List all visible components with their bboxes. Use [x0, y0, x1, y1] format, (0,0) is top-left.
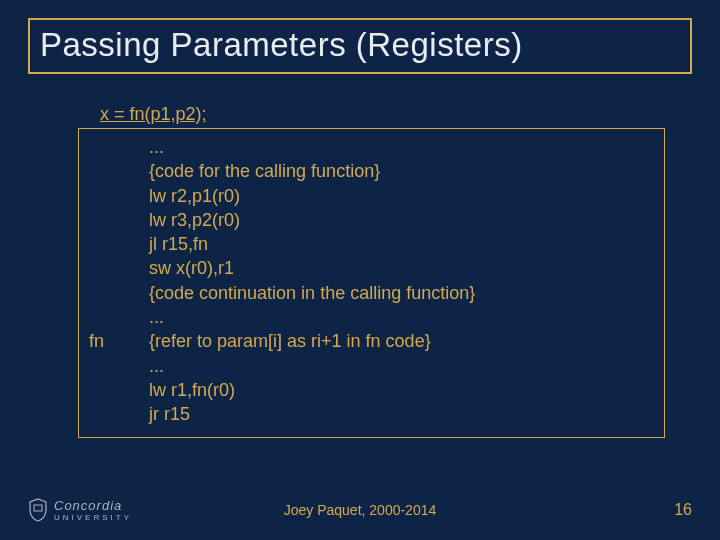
code-label [89, 378, 149, 402]
code-label [89, 135, 149, 159]
page-number: 16 [674, 501, 692, 519]
code-label [89, 402, 149, 426]
code-listing: ...{code for the calling function}lw r2,… [89, 135, 654, 427]
code-label [89, 232, 149, 256]
brand-name: Concordia [54, 498, 132, 513]
code-line: ... [149, 354, 654, 378]
code-label [89, 305, 149, 329]
code-label [89, 208, 149, 232]
code-box: ...{code for the calling function}lw r2,… [78, 128, 665, 438]
slide-title: Passing Parameters (Registers) [40, 26, 680, 64]
code-line: jl r15,fn [149, 232, 654, 256]
university-brand: Concordia UNIVERSITY [28, 498, 132, 522]
brand-subtitle: UNIVERSITY [54, 513, 132, 522]
code-line: ... [149, 135, 654, 159]
code-line: lw r2,p1(r0) [149, 184, 654, 208]
code-label [89, 354, 149, 378]
svg-rect-0 [34, 505, 42, 511]
code-line: {code for the calling function} [149, 159, 654, 183]
code-label [89, 159, 149, 183]
code-line: ... [149, 305, 654, 329]
code-line: lw r3,p2(r0) [149, 208, 654, 232]
code-line: {refer to param[i] as ri+1 in fn code} [149, 329, 654, 353]
code-line: jr r15 [149, 402, 654, 426]
code-line: {code continuation in the calling functi… [149, 281, 654, 305]
title-box: Passing Parameters (Registers) [28, 18, 692, 74]
code-label [89, 184, 149, 208]
source-call-line: x = fn(p1,p2); [100, 104, 207, 125]
footer: Concordia UNIVERSITY Joey Paquet, 2000-2… [0, 498, 720, 522]
code-line: lw r1,fn(r0) [149, 378, 654, 402]
shield-icon [28, 498, 48, 522]
code-line: sw x(r0),r1 [149, 256, 654, 280]
code-label [89, 281, 149, 305]
code-label [89, 256, 149, 280]
code-label: fn [89, 329, 149, 353]
